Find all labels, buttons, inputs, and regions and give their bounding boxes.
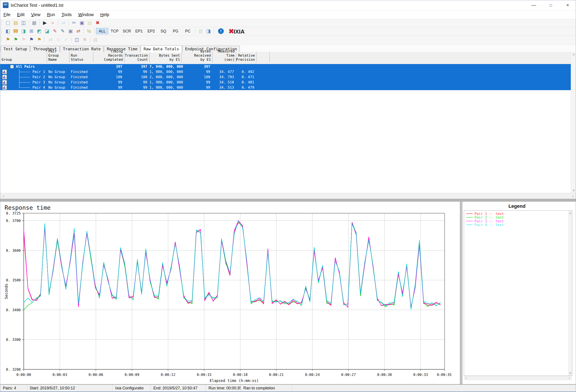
status-cell-run-time: Run time: 00:00:35 (206, 385, 241, 392)
tab-raw-data-totals[interactable]: Raw Data Totals (141, 46, 182, 53)
filter-pg-button[interactable]: PG (170, 28, 181, 34)
table-horizontal-scrollbar[interactable]: ‹› (0, 193, 576, 199)
delete-icon[interactable]: ✖ (94, 20, 101, 26)
info-icon[interactable]: ! (218, 28, 224, 34)
table-row-pair-4[interactable]: Pair 4No GroupFinished99991, 980, 000, 0… (0, 85, 571, 90)
cut-icon[interactable]: ✂ (71, 20, 78, 26)
scroll-down-icon[interactable]: ∨ (571, 188, 576, 193)
legend-box: Pair 1 -- testPair 2 -- testPair 3 -- te… (464, 210, 572, 376)
toolbar-separator (90, 37, 90, 42)
ixia-logo: ✖IXIA’ (229, 28, 245, 35)
x-tick-label: 0:00:21 (269, 373, 284, 377)
link-endpoints-icon[interactable]: ◫ (73, 36, 80, 43)
legend-entry-pair-3[interactable]: Pair 3 -- test (464, 219, 572, 223)
column-header-timing-records-completed[interactable]: Timing Records Completed (93, 52, 124, 62)
run-test-icon[interactable]: ▶ (41, 20, 48, 26)
status-cell-end: End: 2019/5/27, 10:50:47 (151, 385, 206, 392)
table-cell: 99 (124, 80, 147, 85)
y-tick-label: 0. 3700 (6, 219, 21, 223)
legend-scroll-right-icon[interactable]: › (567, 376, 572, 380)
column-header-bytes-received-by-e1[interactable]: Bytes Received by E1 (181, 52, 212, 62)
pair-label: Pair 3 (32, 80, 47, 85)
status-cell-pairs: Pairs: 4 (0, 385, 27, 392)
raw-data-table: GroupPair Group NameRun StatusTiming Rec… (0, 52, 576, 193)
legend-entry-pair-1[interactable]: Pair 1 -- test (464, 212, 572, 216)
menu-run[interactable]: Run (44, 11, 58, 19)
copy-icon[interactable]: ▣ (78, 20, 86, 26)
legend-vertical-scrollbar[interactable]: ∧∨ (568, 211, 572, 376)
column-header-relative-precision[interactable]: Relative Precision (236, 52, 257, 62)
table-row-all-pairs[interactable]: −All Pairs3973977, 940, 000, 000397 (0, 64, 571, 69)
column-header-bytes-sent-by-e1[interactable]: Bytes Sent by E1 (149, 52, 181, 62)
y-tick-label: 0. 3600 (6, 249, 21, 253)
rerun-test-icon[interactable]: ⚑ (36, 36, 43, 43)
add-pair-icon[interactable]: ◧ (4, 28, 11, 34)
pair-wizard-icon[interactable]: ✎ (59, 28, 66, 34)
minimize-button[interactable]: — (525, 0, 542, 10)
column-header-transaction-count[interactable]: Transaction Count (124, 52, 149, 62)
legend-scroll-up-icon[interactable]: ∧ (568, 211, 572, 216)
filter-tcp-button[interactable]: TCP (109, 28, 120, 34)
filter-pc-button[interactable]: PC (182, 28, 194, 34)
add-hardware-video-pair-icon[interactable]: ◪ (44, 28, 51, 34)
legend-entries: Pair 1 -- testPair 2 -- testPair 3 -- te… (464, 211, 572, 227)
add-voip-pair-icon[interactable]: ☎ (12, 28, 19, 34)
filter-scr-button[interactable]: SCR (121, 28, 133, 34)
print-icon[interactable]: ▦ (31, 20, 38, 26)
swap-endpoints-icon[interactable]: ⇄ (75, 28, 82, 34)
close-button[interactable]: × (559, 0, 576, 10)
toolbar-grip[interactable] (1, 28, 3, 34)
table-row-pair-3[interactable]: Pair 3No GroupFinished99991, 980, 000, 0… (0, 80, 571, 85)
add-video-pair-icon[interactable]: ◨ (20, 28, 27, 34)
table-row-pair-2[interactable]: Pair 2No GroupFinished1001002, 000, 000,… (0, 75, 571, 80)
table-vertical-scrollbar[interactable]: ∧∨ (571, 52, 576, 193)
table-row-pair-1[interactable]: Pair 1No GroupFinished99991, 980, 000, 0… (0, 69, 571, 75)
menu-file[interactable]: File (0, 11, 14, 19)
scroll-right-icon[interactable]: › (570, 193, 576, 199)
add-video-multicast-group-icon[interactable]: ◩ (36, 28, 43, 34)
scroll-up-icon[interactable]: ∧ (571, 52, 576, 57)
menu-help[interactable]: Help (97, 11, 113, 19)
toolbar-grip[interactable] (1, 37, 3, 42)
y-tick-label: 0. 3200 (6, 367, 21, 371)
filter-ep2-button[interactable]: EP2 (145, 28, 157, 34)
schedule-runs-icon[interactable]: ⚑ (28, 36, 35, 43)
legend-scroll-left-icon[interactable]: ‹ (464, 376, 469, 380)
edit-pair-icon[interactable]: ✎ (51, 28, 58, 34)
scroll-left-icon[interactable]: ‹ (1, 193, 6, 199)
renumber-pairs-icon[interactable]: ½ (86, 28, 93, 34)
filter-ep1-button[interactable]: EP1 (133, 28, 145, 34)
tab-test-setup[interactable]: Test Setup (1, 46, 30, 52)
replicate-pair-icon[interactable]: ▣ (67, 28, 74, 34)
table-cell: 99 (124, 69, 147, 75)
column-header-pair-group-name[interactable]: Pair Group Name (47, 52, 69, 62)
save-icon[interactable]: ◫ (20, 20, 27, 26)
legend-entry-pair-2[interactable]: Pair 2 -- test (464, 216, 572, 219)
legend-horizontal-scrollbar[interactable]: ‹› (464, 376, 572, 380)
menu-tools[interactable]: Tools (58, 11, 75, 19)
x-tick-label: 0:00:00 (16, 373, 31, 377)
column-header-group[interactable]: Group (0, 52, 47, 62)
compare-performance-icon: ⇄ (47, 36, 54, 43)
legend-entry-pair-4[interactable]: Pair 4 -- test (464, 223, 572, 227)
open-folder-icon[interactable]: ▤ (12, 20, 19, 26)
run-continuously-icon[interactable]: ⚑ (12, 36, 19, 43)
add-multicast-group-icon[interactable]: ⊞ (28, 28, 35, 34)
menu-window[interactable]: Window (75, 11, 97, 19)
pair-chart-icon (2, 70, 7, 74)
collapse-toggle[interactable]: − (10, 65, 14, 68)
run-to-completion-icon[interactable]: ⚑ (4, 36, 11, 43)
legend-scroll-down-icon[interactable]: ∨ (568, 370, 572, 376)
filter-all-button[interactable]: ALL (96, 28, 108, 34)
maximize-button[interactable]: □ (542, 0, 559, 10)
filter-sq-button[interactable]: SQ (157, 28, 169, 34)
column-header-run-status[interactable]: Run Status (69, 52, 93, 62)
new-document-icon[interactable]: ▢ (4, 20, 11, 26)
save-results-icon[interactable]: ◨ (205, 28, 212, 34)
toolbar-grip[interactable] (1, 20, 3, 26)
pair-group-name: No Group (48, 85, 69, 90)
table-cell: 34. 513 (212, 85, 234, 90)
menu-view[interactable]: View (28, 11, 44, 19)
menu-edit[interactable]: Edit (14, 11, 28, 19)
column-header-measured-time-sec-[interactable]: Measured Time (sec) (212, 52, 236, 62)
